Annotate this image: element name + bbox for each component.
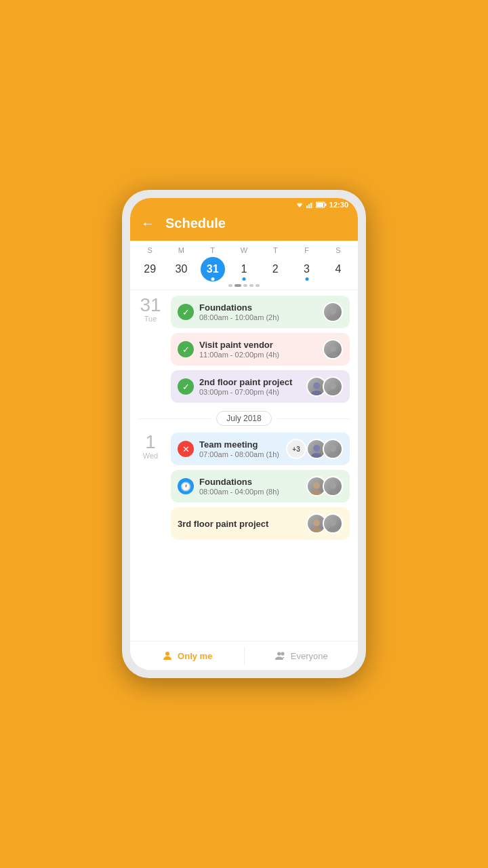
svg-point-20 [327,453,338,458]
schedule-content: 31 Tue ✓ Foundations 08:00am - 10:00am (… [130,290,358,641]
event-avatars [306,376,343,397]
event-avatars: +3 [290,439,343,459]
phone-frame: 12:30 ← Schedule S M T W T F S 29 30 31 [122,190,366,678]
day-label-sat: S [326,246,350,254]
svg-point-19 [329,445,336,452]
tab-only-me-label: Only me [178,651,212,661]
event-3rd-floor[interactable]: 3rd floor paint project [171,507,350,540]
event-info: Team meeting 07:00am - 08:00am (1h) [199,439,285,458]
indicator-dot-4 [249,284,253,287]
avatar [323,476,343,496]
calendar-day-31[interactable]: 31 [201,257,225,281]
svg-point-12 [327,353,338,358]
people-icon [274,650,287,662]
svg-point-10 [327,316,338,321]
event-check-icon: ✓ [178,304,194,320]
event-2nd-floor[interactable]: ✓ 2nd floor paint project 03:00pm - 07:0… [171,370,350,403]
svg-point-23 [329,482,336,489]
svg-point-13 [313,382,320,389]
event-foundations-31[interactable]: ✓ Foundations 08:00am - 10:00am (2h) [171,296,350,328]
event-avatars [306,476,343,496]
event-title: Foundations [199,477,301,487]
avatar [323,339,343,359]
day-weekday-1: Wed [138,452,163,460]
events-list-1: ✕ Team meeting 07:00am - 08:00am (1h) +3 [171,433,350,540]
svg-rect-7 [325,203,326,206]
page-title: Schedule [165,216,226,231]
indicator-dot-2 [235,284,241,287]
avatar [323,376,343,397]
day-label-tue: T [201,246,225,254]
event-title: Team meeting [199,439,285,450]
svg-rect-3 [308,204,310,208]
person-icon [161,650,174,662]
app-header: ← Schedule [130,212,358,241]
calendar-day-1[interactable]: 1 [232,257,256,281]
event-x-icon: ✕ [178,441,194,457]
svg-point-24 [327,490,338,495]
event-time: 11:00am - 02:00pm (4h) [199,351,317,359]
calendar-day-2[interactable]: 2 [263,257,287,281]
event-info: Foundations 08:00am - 10:00am (2h) [199,302,317,321]
separator-line-right [277,418,350,419]
signal-icon [306,201,313,208]
indicator-dot-1 [228,284,232,287]
calendar-day-3[interactable]: 3 [295,257,319,281]
event-time: 08:00am - 04:00pm (8h) [199,488,301,496]
status-time: 12:30 [329,201,348,209]
svg-point-29 [165,652,169,656]
status-icons: 12:30 [296,201,348,209]
event-clock-icon: 🕐 [178,478,194,494]
avatar [323,302,343,322]
event-info: 2nd floor paint project 03:00pm - 07:00p… [199,377,301,396]
day-label-thu: T [263,246,287,254]
day-number-side-1: 1 Wed [138,433,163,540]
separator-line-left [138,418,211,419]
calendar-day-30[interactable]: 30 [169,257,193,281]
svg-point-16 [327,391,338,395]
event-paint-vendor[interactable]: ✓ Visit paint vendor 11:00am - 02:00pm (… [171,333,350,366]
svg-point-18 [311,453,322,458]
day-section-1: 1 Wed ✕ Team meeting 07:00am - 08:00am (… [138,433,350,540]
event-time: 08:00am - 10:00am (2h) [199,313,317,321]
day-labels-row: S M T W T F S [134,246,354,254]
event-title: 2nd floor paint project [199,377,301,387]
event-info: 3rd floor paint project [178,519,301,529]
event-title: 3rd floor paint project [178,519,301,529]
avatar [323,513,343,534]
event-title: Foundations [199,302,317,313]
event-time: 07:00am - 08:00am (1h) [199,450,285,458]
svg-point-31 [281,652,284,655]
svg-point-30 [277,652,281,655]
calendar-day-4[interactable]: 4 [326,257,350,281]
svg-rect-8 [317,203,323,207]
event-team-meeting[interactable]: ✕ Team meeting 07:00am - 08:00am (1h) +3 [171,433,350,465]
indicator-dot-3 [243,284,247,287]
tab-everyone-label: Everyone [291,651,328,661]
event-info: Foundations 08:00am - 04:00pm (8h) [199,477,301,496]
event-check-icon: ✓ [178,378,194,395]
svg-point-28 [327,528,338,532]
event-foundations-1[interactable]: 🕐 Foundations 08:00am - 04:00pm (8h) [171,470,350,502]
events-list-31: ✓ Foundations 08:00am - 10:00am (2h) [171,296,350,403]
event-time: 03:00pm - 07:00pm (4h) [199,388,301,396]
day-number-side-31: 31 Tue [138,296,163,403]
back-button[interactable]: ← [141,216,155,231]
bottom-tab-bar: Only me Everyone [130,641,358,670]
tab-only-me[interactable]: Only me [130,642,244,670]
event-title: Visit paint vendor [199,340,317,350]
svg-point-21 [313,482,320,489]
svg-point-17 [313,445,320,452]
event-avatars [323,339,343,359]
calendar-day-29[interactable]: 29 [138,257,162,281]
calendar-page-indicator [134,284,354,287]
phone-screen: 12:30 ← Schedule S M T W T F S 29 30 31 [130,198,358,670]
svg-point-27 [329,519,336,526]
svg-point-14 [311,391,322,395]
svg-point-26 [311,528,322,532]
event-check-icon: ✓ [178,341,194,357]
tab-everyone[interactable]: Everyone [245,642,359,670]
status-bar: 12:30 [130,198,358,212]
event-info: Visit paint vendor 11:00am - 02:00pm (4h… [199,340,317,359]
day-label-mon: M [169,246,193,254]
